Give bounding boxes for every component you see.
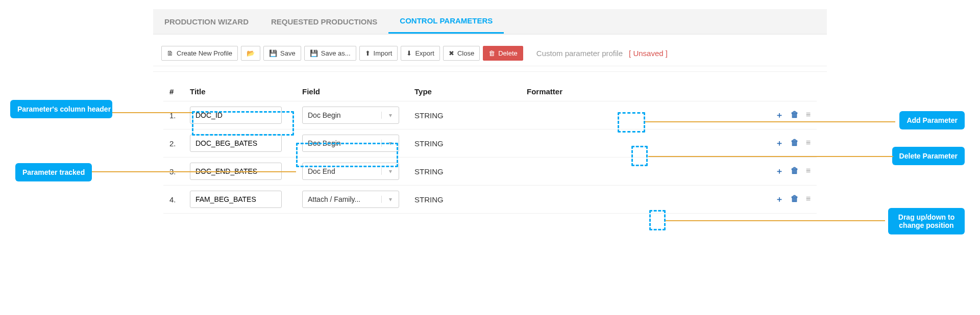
close-label: Close — [457, 49, 474, 57]
col-formatter: Formatter — [521, 82, 745, 101]
title-input[interactable] — [190, 107, 282, 124]
row-number: 1. — [163, 101, 184, 129]
callout-header-title: Parameter's column header title — [10, 100, 112, 118]
open-profile-button[interactable]: 📂 — [241, 46, 260, 61]
add-parameter-icon[interactable]: ＋ — [775, 138, 783, 149]
table-row: 2. Doc Begin ▾ STRING ＋ 🗑 ≡ — [163, 129, 817, 158]
table-row: 4. Attach / Family... ▾ STRING ＋ 🗑 ≡ — [163, 186, 817, 214]
delete-parameter-icon[interactable]: 🗑 — [791, 194, 799, 205]
parameters-table: # Title Field Type Formatter 1. Doc Begi… — [163, 82, 817, 214]
drag-handle-icon[interactable]: ≡ — [806, 110, 811, 121]
col-title: Title — [184, 82, 296, 101]
download-icon: ⬇ — [406, 49, 412, 57]
field-select[interactable]: Doc Begin ▾ — [302, 107, 399, 124]
save-button[interactable]: 💾 Save — [263, 46, 301, 61]
field-select-label: Doc End — [303, 163, 381, 179]
chevron-down-icon: ▾ — [381, 140, 399, 147]
callout-line — [112, 112, 192, 113]
delete-parameter-icon[interactable]: 🗑 — [791, 166, 799, 177]
add-parameter-icon[interactable]: ＋ — [775, 166, 783, 177]
tab-production-wizard[interactable]: PRODUCTION WIZARD — [153, 10, 260, 33]
chevron-down-icon: ▾ — [381, 168, 399, 175]
field-select-label: Doc Begin — [303, 135, 381, 151]
col-type: Type — [408, 82, 521, 101]
callout-line — [666, 220, 885, 221]
save-icon: 💾 — [269, 49, 277, 57]
type-cell: STRING — [408, 186, 521, 214]
type-cell: STRING — [408, 129, 521, 158]
import-button[interactable]: ⬆ Import — [359, 46, 398, 61]
tab-requested-productions[interactable]: REQUESTED PRODUCTIONS — [260, 10, 388, 33]
export-label: Export — [415, 49, 434, 57]
drag-handle-icon[interactable]: ≡ — [806, 166, 811, 177]
field-select[interactable]: Attach / Family... ▾ — [302, 191, 399, 208]
save-label: Save — [280, 49, 296, 57]
field-select-label: Doc Begin — [303, 107, 381, 123]
callout-line — [92, 171, 296, 172]
export-button[interactable]: ⬇ Export — [401, 46, 440, 61]
profile-name-label: Custom parameter profile — [536, 49, 623, 58]
field-select-label: Attach / Family... — [303, 191, 381, 207]
upload-icon: ⬆ — [365, 49, 371, 57]
field-select[interactable]: Doc Begin ▾ — [302, 135, 399, 152]
col-number: # — [163, 82, 184, 101]
delete-label: Delete — [498, 49, 518, 57]
trash-icon: 🗑 — [488, 49, 495, 57]
callout-line — [645, 121, 895, 122]
callout-delete-parameter: Delete Parameter — [892, 147, 965, 165]
tab-bar: PRODUCTION WIZARD REQUESTED PRODUCTIONS … — [153, 9, 827, 35]
profile-unsaved-badge: [ Unsaved ] — [629, 49, 668, 58]
callout-add-parameter: Add Parameter — [899, 111, 965, 129]
callout-drag-position: Drag up/down to change position — [888, 208, 965, 234]
title-input[interactable] — [190, 191, 282, 208]
save-as-icon: 💾 — [310, 49, 318, 57]
callout-line — [648, 156, 893, 157]
file-icon: 🗎 — [167, 49, 174, 57]
folder-open-icon: 📂 — [247, 49, 255, 57]
create-profile-label: Create New Profile — [177, 49, 232, 57]
tab-control-parameters[interactable]: CONTROL PARAMETERS — [388, 9, 504, 34]
drag-handle-icon[interactable]: ≡ — [806, 194, 811, 205]
close-button[interactable]: ✖ Close — [443, 46, 480, 61]
row-number: 4. — [163, 186, 184, 214]
type-cell: STRING — [408, 101, 521, 129]
table-row: 1. Doc Begin ▾ STRING ＋ 🗑 ≡ — [163, 101, 817, 129]
save-as-label: Save as... — [321, 49, 351, 57]
delete-parameter-icon[interactable]: 🗑 — [791, 138, 799, 149]
import-label: Import — [374, 49, 393, 57]
field-select[interactable]: Doc End ▾ — [302, 163, 399, 180]
type-cell: STRING — [408, 158, 521, 186]
parameters-panel: # Title Field Type Formatter 1. Doc Begi… — [153, 71, 827, 224]
add-parameter-icon[interactable]: ＋ — [775, 110, 783, 121]
title-input[interactable] — [190, 135, 282, 152]
delete-parameter-icon[interactable]: 🗑 — [791, 110, 799, 121]
delete-button[interactable]: 🗑 Delete — [483, 46, 523, 61]
col-field: Field — [296, 82, 408, 101]
create-profile-button[interactable]: 🗎 Create New Profile — [161, 46, 238, 61]
toolbar: 🗎 Create New Profile 📂 💾 Save 💾 Save as.… — [153, 41, 827, 66]
callout-parameter-tracked: Parameter tracked — [15, 163, 92, 181]
chevron-down-icon: ▾ — [381, 112, 399, 119]
add-parameter-icon[interactable]: ＋ — [775, 194, 783, 205]
row-number: 2. — [163, 129, 184, 158]
drag-handle-icon[interactable]: ≡ — [806, 138, 811, 149]
chevron-down-icon: ▾ — [381, 196, 399, 203]
close-icon: ✖ — [449, 49, 454, 57]
save-as-button[interactable]: 💾 Save as... — [304, 46, 356, 61]
